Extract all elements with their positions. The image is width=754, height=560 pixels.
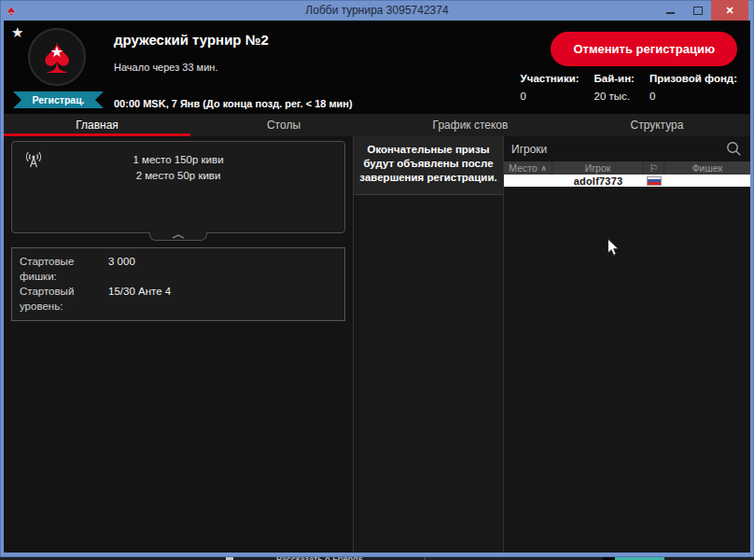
announcement-line: 1 место 150р киви (12, 152, 344, 168)
maximize-icon (693, 7, 703, 15)
prizes-notice: Окончательные призы будут объявлены посл… (354, 136, 503, 195)
announcement-text: 1 место 150р киви 2 место 50р киви (12, 142, 344, 184)
column-label: Фишек (692, 162, 723, 174)
players-table-empty-area[interactable] (504, 187, 750, 553)
info-value: 3 000 (108, 254, 135, 284)
announcement-line: 2 место 50р киви (12, 168, 344, 184)
player-search-bar (504, 136, 750, 161)
stat-value: 20 тыс. (594, 91, 635, 102)
column-header-player[interactable]: Игрок (552, 161, 644, 175)
main-content: 1 место 150р киви 2 место 50р киви Старт… (4, 136, 750, 553)
russia-flag-icon (647, 176, 662, 186)
stat-prize-pool: Призовой фонд: 0 (649, 73, 737, 102)
close-icon: ✕ (725, 5, 733, 17)
chevron-up-icon (172, 234, 185, 239)
starts-in-text: Начало через 33 мин. (114, 62, 217, 73)
tournament-title: дружеский турнир №2 (114, 32, 269, 48)
players-table-header: Место ∧ Игрок ⚐ Фишек (504, 161, 750, 175)
player-row[interactable]: adolf7373 (504, 175, 750, 187)
info-value: 15/30 Анте 4 (108, 284, 171, 314)
registration-status-badge: Регистрац. (13, 91, 104, 108)
player-chips-cell (664, 175, 750, 187)
favorite-star-icon[interactable]: ★ (11, 24, 23, 41)
column-label: Игрок (585, 162, 611, 174)
column-label: Место (509, 162, 538, 174)
panel-overview: 1 место 150р киви 2 место 50р киви Старт… (4, 136, 354, 553)
tab-bar: Главная Столы График стеков Структура (4, 114, 750, 136)
tab-stack-graph[interactable]: График стеков (377, 114, 564, 136)
tab-tables[interactable]: Столы (190, 114, 377, 136)
stat-label: Бай-ин: (594, 73, 635, 84)
broadcast-icon (23, 149, 44, 174)
minimize-icon (666, 12, 675, 14)
window-controls: ✕ (657, 0, 748, 21)
prizes-empty-area (354, 195, 503, 553)
info-label: Стартовые фишки: (20, 254, 108, 284)
info-label: Стартовый уровень: (20, 284, 108, 314)
screen: Рассказать о Friends ♠ Лобби турнира 309… (0, 0, 754, 560)
schedule-text: 00:00 MSK, 7 Янв (До конца позд. рег. < … (114, 98, 353, 109)
tournament-info-box: Стартовые фишки: 3 000 Стартовый уровень… (11, 247, 345, 321)
stat-value: 0 (521, 91, 579, 102)
pokerstars-logo: ♠ ★ (28, 28, 86, 86)
collapse-announcement-toggle[interactable] (149, 232, 207, 241)
maximize-button[interactable] (684, 0, 711, 21)
stat-buyin: Бай-ин: 20 тыс. (594, 73, 635, 102)
tab-main[interactable]: Главная (4, 114, 190, 136)
search-icon[interactable] (726, 141, 742, 157)
panel-players: Место ∧ Игрок ⚐ Фишек (504, 136, 750, 553)
stat-value: 0 (649, 91, 737, 102)
close-button[interactable]: ✕ (711, 0, 748, 21)
column-header-place[interactable]: Место ∧ (504, 161, 552, 175)
tournament-header: ★ ♠ ★ дружеский турнир №2 Начало через 3… (4, 21, 750, 114)
column-header-chips[interactable]: Фишек (664, 161, 750, 175)
titlebar[interactable]: ♠ Лобби турнира 3095742374 ✕ (0, 0, 754, 21)
window-title: Лобби турнира 3095742374 (0, 4, 754, 17)
star-icon: ★ (50, 43, 63, 61)
info-row-starting-level: Стартовый уровень: 15/30 Анте 4 (20, 284, 337, 314)
flag-column-icon: ⚐ (649, 163, 659, 173)
player-name-cell: adolf7373 (552, 175, 644, 187)
tab-structure[interactable]: Структура (564, 114, 750, 136)
minimize-button[interactable] (657, 0, 684, 21)
column-header-country[interactable]: ⚐ (644, 161, 664, 175)
stat-label: Участники: (521, 73, 579, 84)
tournament-stats: Участники: 0 Бай-ин: 20 тыс. Призовой фо… (521, 73, 737, 102)
player-search-input[interactable] (511, 143, 726, 156)
tournament-lobby-window: ♠ Лобби турнира 3095742374 ✕ ★ ♠ ★ друже… (0, 0, 754, 557)
player-country-cell (644, 175, 664, 187)
player-place-cell (504, 175, 552, 187)
announcement-box: 1 место 150р киви 2 место 50р киви (11, 141, 345, 233)
lobby-body: ★ ♠ ★ дружеский турнир №2 Начало через 3… (4, 21, 750, 553)
stat-participants: Участники: 0 (521, 73, 579, 102)
cancel-registration-button[interactable]: Отменить регистрацию (551, 32, 737, 66)
info-row-starting-chips: Стартовые фишки: 3 000 (20, 254, 337, 284)
stat-label: Призовой фонд: (649, 73, 737, 84)
app-spade-icon: ♠ (7, 2, 15, 19)
panel-prizes: Окончательные призы будут объявлены посл… (354, 136, 504, 553)
sort-ascending-icon: ∧ (541, 164, 547, 173)
